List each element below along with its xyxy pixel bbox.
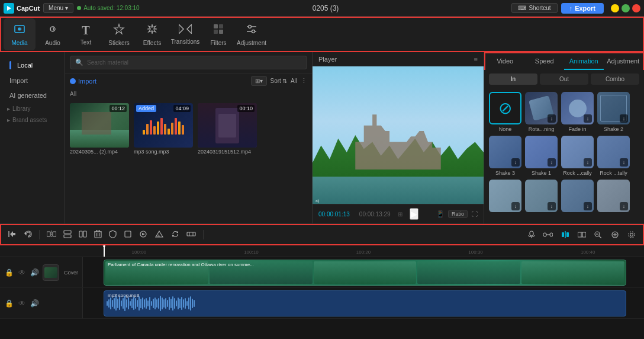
list-item[interactable]: 00:10 20240319151512.mp4 <box>198 103 257 155</box>
download-icon: ↓ <box>584 202 592 210</box>
tool-effects[interactable]: Effects <box>136 18 168 50</box>
anim-item-rocktally[interactable]: ↓ Rock ...tally <box>597 136 630 176</box>
sidebar-section-library[interactable]: ▸ Library <box>0 103 65 114</box>
close-button[interactable] <box>632 4 640 12</box>
play-button[interactable]: ▶ <box>410 208 418 220</box>
undo-button[interactable] <box>21 229 34 241</box>
anim-tab-in[interactable]: In <box>489 73 537 85</box>
anim-item-fadein[interactable]: ↓ Fade in <box>561 92 594 132</box>
fullscreen-icon[interactable]: ⛶ <box>471 210 478 218</box>
media-thumb-video1[interactable]: 00:12 <box>70 103 129 148</box>
more-button[interactable] <box>608 229 622 240</box>
track-controls-video: 🔒 👁 🔊 Cover <box>0 257 83 287</box>
split-v-button[interactable] <box>61 229 74 241</box>
all-filter-button[interactable]: All <box>291 78 297 84</box>
svg-marker-5 <box>179 24 183 34</box>
settings-button[interactable] <box>625 229 638 240</box>
track-audio-lock-icon[interactable]: 🔒 <box>4 298 15 309</box>
ratio-button[interactable]: Ratio <box>448 210 468 218</box>
timeline-tracks: 🔒 👁 🔊 Cover <box>0 257 644 339</box>
media-grid: 00:12 20240305... (2).mp4 <box>65 100 312 158</box>
shield-button[interactable] <box>107 229 119 241</box>
anim-item-rotating[interactable]: ↓ Rota...ning <box>525 92 558 132</box>
audio-bars-preview <box>143 117 184 135</box>
anim-tab-combo[interactable]: Combo <box>591 73 639 85</box>
list-item[interactable]: 00:12 20240305... (2).mp4 <box>70 103 129 155</box>
track-content-video[interactable]: Parliament of Canada under renovation an… <box>83 257 644 287</box>
track-lock-icon[interactable]: 🔒 <box>4 267 15 278</box>
sidebar-section-brand[interactable]: ▸ Brand assets <box>0 114 65 126</box>
tool-transitions[interactable]: Transitions <box>169 18 201 50</box>
anim-item-extra3[interactable]: ↓ <box>561 180 594 214</box>
tab-animation[interactable]: Animation <box>564 53 604 70</box>
sort-button[interactable]: Sort ⇅ <box>271 78 287 84</box>
thumb-name-1: 20240305... (2).mp4 <box>70 149 129 155</box>
anim-item-rockcally[interactable]: ↓ Rock ...cally <box>561 136 594 176</box>
shortcut-button[interactable]: ⌨ Shortcut <box>511 3 557 13</box>
menu-label: Menu <box>49 5 63 11</box>
track-content-audio[interactable]: mp3 song.mp3 <box>83 288 644 318</box>
grid-view-button[interactable]: ⊞▾ <box>251 76 267 86</box>
content-toolbar2: Import ⊞▾ Sort ⇅ All ⋮ <box>65 73 312 88</box>
anim-label-shake3: Shake 3 <box>495 170 515 176</box>
tab-speed[interactable]: Speed <box>525 53 565 70</box>
phone-icon[interactable]: 📱 <box>436 210 445 218</box>
anim-item-shake3[interactable]: ↓ Shake 3 <box>489 136 521 176</box>
tl-back-button[interactable] <box>6 229 19 241</box>
anim-item-none[interactable]: ⊘ None <box>489 92 521 132</box>
rotate-button[interactable] <box>169 229 182 241</box>
media-thumb-audio1[interactable]: Added 04:09 <box>134 103 193 148</box>
svg-rect-33 <box>125 231 131 237</box>
split-h-button[interactable] <box>76 229 89 241</box>
track-volume-icon[interactable]: 🔊 <box>29 267 40 278</box>
ruler-mark-1: 100:00 <box>132 250 146 255</box>
audio-clip[interactable]: mp3 song.mp3 <box>104 290 626 316</box>
track-audio-eye-icon[interactable]: 👁 <box>17 298 27 309</box>
effects-icon <box>146 23 158 38</box>
tab-video[interactable]: Video <box>485 53 525 70</box>
import-button[interactable]: Import <box>70 78 96 85</box>
anim-item-extra4[interactable]: ↓ <box>597 180 630 214</box>
audio-waveform <box>104 291 626 316</box>
anim-item-shake1[interactable]: ↓ Shake 1 <box>525 136 558 176</box>
tool-stickers[interactable]: Stickers <box>103 18 135 50</box>
sidebar-item-import[interactable]: Import <box>2 73 62 88</box>
sticker-button[interactable] <box>575 230 588 239</box>
link-button[interactable] <box>541 231 555 239</box>
tool-text[interactable]: T Text <box>70 18 102 50</box>
minimize-button[interactable] <box>611 4 619 12</box>
sidebar-item-local[interactable]: Local <box>2 57 62 73</box>
tool-filters[interactable]: Filters <box>202 18 234 50</box>
track-eye-icon[interactable]: 👁 <box>17 267 27 278</box>
record-button[interactable] <box>137 229 150 241</box>
trim-button[interactable] <box>184 229 198 241</box>
maximize-button[interactable] <box>622 4 630 12</box>
crop-button[interactable] <box>121 229 134 241</box>
split-button[interactable] <box>44 229 59 241</box>
media-thumb-portrait1[interactable]: 00:10 <box>198 103 257 148</box>
tab-adjustment[interactable]: Adjustment <box>604 53 643 70</box>
tool-media[interactable]: Media <box>4 18 36 50</box>
filter-icon[interactable]: ⋮ <box>301 77 307 85</box>
anim-tab-out[interactable]: Out <box>540 73 588 85</box>
anim-item-extra2[interactable]: ↓ <box>525 180 558 214</box>
menu-button[interactable]: Menu ▾ <box>43 3 73 13</box>
anim-item-shake2[interactable]: ↓ Shake 2 <box>597 92 630 132</box>
delete-button[interactable] <box>92 229 104 241</box>
filters-icon <box>212 23 224 38</box>
tool-audio[interactable]: Audio <box>37 18 69 50</box>
sidebar-item-ai[interactable]: AI generated <box>2 88 62 103</box>
anim-tab-combo-label: Combo <box>606 76 624 82</box>
anim-item-extra1[interactable]: ↓ <box>489 180 521 214</box>
tool-adjustment[interactable]: Adjustment <box>236 18 268 50</box>
player-menu-icon[interactable]: ≡ <box>474 56 478 63</box>
zoom-out-button[interactable] <box>592 230 605 239</box>
track-audio-volume-icon[interactable]: 🔊 <box>29 298 40 309</box>
video-clip[interactable]: Parliament of Canada under renovation an… <box>104 260 626 286</box>
export-button[interactable]: ↑ Export <box>561 3 604 14</box>
list-item[interactable]: Added 04:09 mp3 song.mp3 <box>134 103 193 155</box>
shortcut-icon: ⌨ <box>518 5 526 11</box>
snap-button[interactable] <box>559 229 572 240</box>
mic-button[interactable] <box>526 229 537 240</box>
mountain-button[interactable] <box>152 229 166 241</box>
